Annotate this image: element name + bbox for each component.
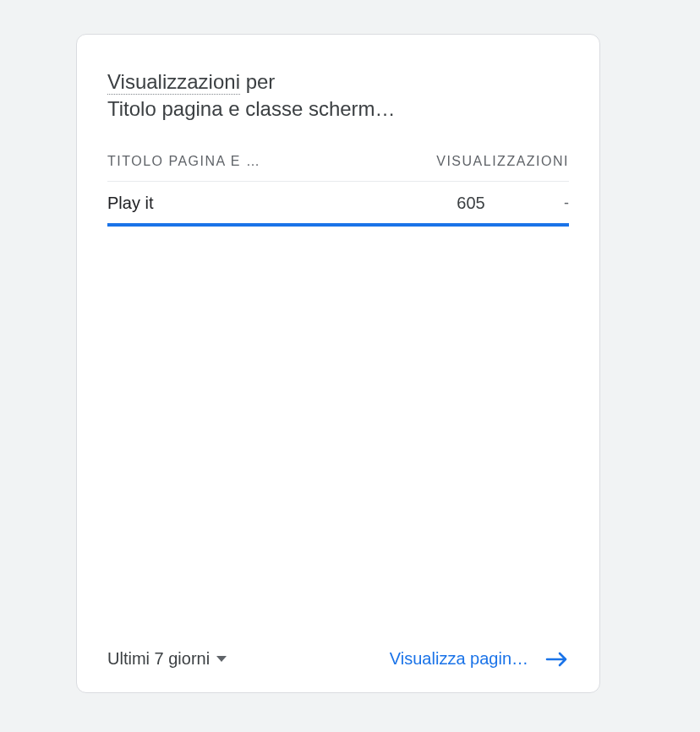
date-range-label: Ultimi 7 giorni [107, 649, 210, 669]
table-header: TITOLO PAGINA E … VISUALIZZAZIONI [107, 144, 569, 182]
metric-name-underlined[interactable]: Visualizzazioni [107, 70, 240, 95]
row-delta-value: - [522, 194, 569, 212]
row-metric-value: 605 [420, 194, 522, 213]
card-title: Visualizzazioni per Titolo pagina e clas… [107, 68, 569, 123]
row-bar-fill [107, 223, 569, 227]
table-row[interactable]: Play it 605 - [107, 182, 569, 221]
row-bar-track [107, 223, 569, 227]
arrow-right-icon [545, 651, 569, 668]
date-range-picker[interactable]: Ultimi 7 giorni [107, 649, 227, 669]
card-spacer [107, 227, 569, 639]
column-header-dimension: TITOLO PAGINA E … [107, 154, 436, 169]
view-report-label: Visualizza pagin… [390, 649, 528, 669]
title-per: per [240, 70, 275, 93]
row-dimension-value: Play it [107, 194, 420, 213]
column-header-metric: VISUALIZZAZIONI [436, 154, 569, 169]
chevron-down-icon [216, 656, 227, 662]
analytics-card: Visualizzazioni per Titolo pagina e clas… [76, 34, 600, 693]
card-footer: Ultimi 7 giorni Visualizza pagin… [107, 639, 569, 669]
view-report-link[interactable]: Visualizza pagin… [390, 649, 569, 669]
dimension-name[interactable]: Titolo pagina e classe scherm… [107, 95, 569, 123]
title-line-1: Visualizzazioni per [107, 68, 275, 95]
